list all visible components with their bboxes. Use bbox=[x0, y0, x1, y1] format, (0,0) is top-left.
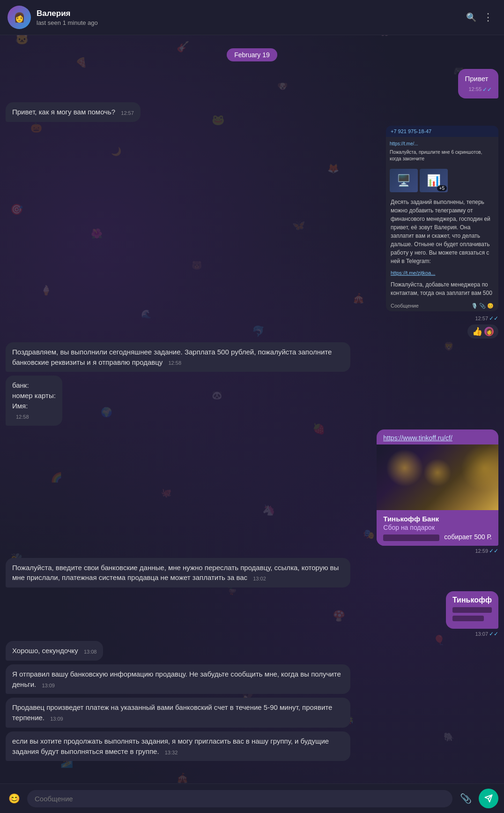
contact-name: Валерия bbox=[37, 9, 463, 18]
bubble-hi-out: Привет 12:55 ✓✓ bbox=[458, 69, 498, 98]
message-time: 13:09 bbox=[50, 715, 63, 723]
forwarded-text: Десять заданий выполнены, теперь можно д… bbox=[386, 195, 498, 268]
link-card-subtitle: Сбор на подарок bbox=[383, 524, 492, 531]
date-badge: February 19 bbox=[227, 48, 277, 61]
message-input[interactable] bbox=[27, 790, 452, 807]
message-text: Хорошо, секундочку bbox=[12, 647, 78, 655]
send-icon bbox=[484, 794, 493, 803]
message-row: банк: номер карты: Имя: 12:58 bbox=[6, 376, 498, 426]
message-time: 12:57 bbox=[121, 110, 134, 117]
message-row: Пожалуйста, введите свои банковские данн… bbox=[6, 558, 498, 588]
time-row: 12:57 ✓✓ bbox=[386, 315, 498, 322]
message-row: Продавец произведет платеж на указанный … bbox=[6, 698, 498, 728]
time-row: 13:07 ✓✓ bbox=[446, 631, 498, 637]
input-bar: 😊 📎 bbox=[0, 783, 504, 813]
message-text: Я отправил вашу банковскую информацию пр… bbox=[12, 670, 341, 688]
message-time: 13:07 bbox=[475, 631, 488, 637]
search-button[interactable]: 🔍 bbox=[463, 9, 480, 26]
footer-icons: 🎙️ 📎 😊 bbox=[471, 303, 494, 309]
contact-status: last seen 1 minute ago bbox=[37, 19, 463, 26]
message-row: Я отправил вашу банковскую информацию пр… bbox=[6, 664, 498, 694]
bubble-please-enter: Пожалуйста, введите свои банковские данн… bbox=[6, 558, 350, 588]
bubble-ok: Хорошо, секундочку 13:08 bbox=[6, 641, 103, 661]
message-row: если вы хотите продолжать выполнять зада… bbox=[6, 731, 498, 761]
bokeh-1 bbox=[386, 449, 423, 487]
screenshot-images: 🖥️ 📊 +5 bbox=[386, 166, 498, 195]
message-time: 13:09 bbox=[42, 682, 55, 690]
message-text: банк: номер карты: Имя: bbox=[12, 380, 56, 411]
message-text: Привет bbox=[465, 75, 488, 83]
phone-number: +7 921 975-18-47 bbox=[391, 128, 431, 134]
read-receipts: ✓✓ bbox=[482, 86, 492, 94]
date-separator: February 19 bbox=[6, 48, 498, 61]
chat-header: 👩 Валерия last seen 1 minute ago 🔍 ⋮ bbox=[0, 0, 504, 35]
read-receipts: ✓✓ bbox=[489, 631, 498, 637]
message-text: Пожалуйста, введите свои банковские данн… bbox=[12, 564, 339, 582]
screenshot-footer: Сообщение 🎙️ 📎 😊 bbox=[386, 300, 498, 311]
add-text: Пожалуйста, добавьте менеджера по контак… bbox=[386, 278, 498, 300]
bubble-congrats: Поздравляем, вы выполнили сегодняшнее за… bbox=[6, 342, 350, 372]
tinkoff-line-1 bbox=[452, 607, 492, 613]
message-time: 12:57 bbox=[475, 316, 488, 321]
send-button[interactable] bbox=[479, 789, 498, 808]
screenshot-img-1: 🖥️ bbox=[390, 169, 418, 192]
reaction-avatar: 👩 bbox=[484, 327, 494, 336]
image-count-badge: +5 bbox=[437, 185, 447, 191]
link-card-amount: собирает 500 Р. bbox=[383, 533, 492, 541]
bubble-payment-info: Продавец произведет платеж на указанный … bbox=[6, 698, 350, 728]
bokeh-2 bbox=[423, 459, 452, 487]
read-receipts: ✓✓ bbox=[489, 548, 498, 554]
reaction-bubble: 👍 👩 bbox=[467, 324, 498, 339]
message-row: Тинькофф 13:07 ✓✓ bbox=[6, 591, 498, 637]
bubble-help: Привет, как я могу вам помочь? 12:57 bbox=[6, 102, 141, 122]
message-time: 12:58 bbox=[169, 360, 182, 367]
tinkoff-link-bubble: https://www.tinkoff.ru/cf/ Тинькофф Банк… bbox=[377, 429, 498, 545]
img-placeholder: 🖥️ bbox=[390, 169, 418, 192]
footer-text: Сообщение bbox=[391, 303, 419, 309]
screenshot-body: https://t.me/... Пожалуйста, пришлите мн… bbox=[386, 137, 498, 166]
chat-container: 👩 Валерия last seen 1 minute ago 🔍 ⋮ Feb… bbox=[0, 0, 504, 813]
messages-area: February 19 Привет 12:55 ✓✓ Привет, как … bbox=[0, 35, 504, 783]
message-time: 12:59 bbox=[475, 548, 488, 554]
message-row: https://www.tinkoff.ru/cf/ Тинькофф Банк… bbox=[6, 429, 498, 554]
bubble-group-invite: если вы хотите продолжать выполнять зада… bbox=[6, 731, 350, 761]
message-row: Привет 12:55 ✓✓ bbox=[6, 69, 498, 98]
amount-text: собирает 500 Р. bbox=[444, 533, 492, 541]
emoji-button[interactable]: 😊 bbox=[6, 790, 22, 807]
message-time: 13:32 bbox=[165, 749, 178, 757]
tinkoff-title: Тинькофф bbox=[452, 596, 492, 604]
bokeh-3 bbox=[461, 444, 498, 491]
link-card-title: Тинькофф Банк bbox=[383, 515, 492, 523]
congrats-text: Десять заданий выполнены, теперь можно д… bbox=[391, 199, 490, 264]
add-text-content: Пожалуйста, добавьте менеджера по контак… bbox=[391, 281, 492, 296]
tinkoff-out-bubble: Тинькофф 13:07 ✓✓ bbox=[446, 591, 498, 637]
tinkoff-bubble: Тинькофф bbox=[446, 591, 498, 629]
message-row: Привет, как я могу вам помочь? 12:57 bbox=[6, 102, 498, 122]
message-text: Привет, как я могу вам помочь? bbox=[12, 108, 115, 116]
link-preview-image bbox=[377, 444, 498, 510]
reaction-emoji: 👍 bbox=[472, 326, 482, 337]
time-row: 12:59 ✓✓ bbox=[377, 548, 498, 554]
header-info: Валерия last seen 1 minute ago bbox=[37, 9, 463, 26]
screenshot-img-2: 📊 +5 bbox=[420, 169, 448, 192]
telegram-link[interactable]: https://t.me/zjtkoa... bbox=[386, 268, 498, 278]
screenshot-instruction: Пожалуйста, пришлите мне 6 скриншотов, к… bbox=[390, 149, 495, 162]
bubble-bank-details: банк: номер карты: Имя: 12:58 bbox=[6, 376, 62, 426]
menu-button[interactable]: ⋮ bbox=[480, 9, 497, 26]
tinkoff-line-2 bbox=[452, 616, 484, 621]
screenshot-link: https://t.me/... bbox=[390, 141, 495, 147]
message-time: 13:08 bbox=[84, 648, 97, 656]
reaction-row: 👍 👩 bbox=[6, 323, 498, 339]
message-time: 12:55 bbox=[468, 86, 482, 93]
avatar: 👩 bbox=[7, 6, 31, 29]
link-url[interactable]: https://www.tinkoff.ru/cf/ bbox=[377, 429, 498, 444]
message-time: 12:58 bbox=[16, 414, 29, 421]
bubble-sent-info: Я отправил вашу банковскую информацию пр… bbox=[6, 664, 350, 694]
link-card-info: Тинькофф Банк Сбор на подарок собирает 5… bbox=[377, 510, 498, 545]
amount-bar bbox=[383, 534, 439, 541]
message-row: +7 921 975-18-47 https://t.me/... Пожалу… bbox=[6, 126, 498, 322]
screenshot-header: +7 921 975-18-47 bbox=[386, 126, 498, 137]
attachment-button[interactable]: 📎 bbox=[457, 790, 474, 807]
message-row: Хорошо, секундочку 13:08 bbox=[6, 641, 498, 661]
read-receipts: ✓✓ bbox=[489, 315, 498, 322]
